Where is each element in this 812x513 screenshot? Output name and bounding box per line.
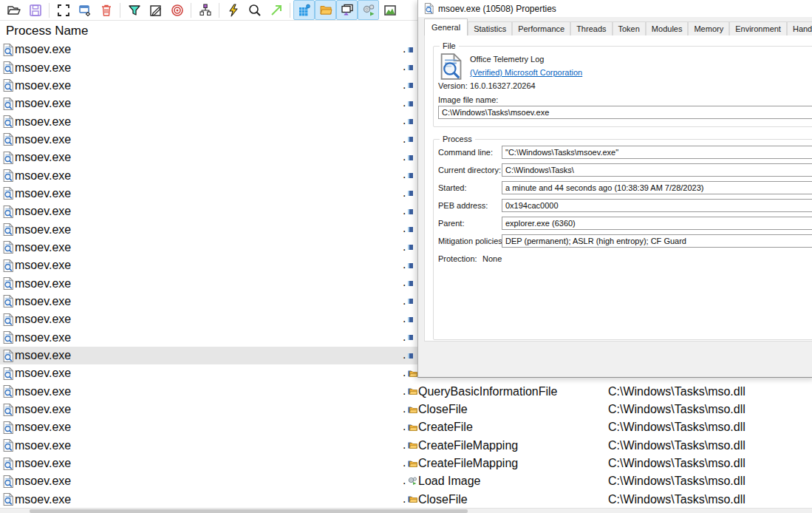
clipped-operation-icon	[408, 317, 413, 322]
process-name: msoev.exe	[15, 439, 71, 452]
process-name: msoev.exe	[15, 205, 71, 218]
event-row[interactable]: msoev.exe . QueryBasicInformationFile C:…	[0, 383, 812, 401]
operation-cell	[408, 239, 414, 256]
event-row[interactable]: msoev.exe . CreateFileMapping C:\Windows…	[0, 437, 812, 455]
clipped-column-text: .	[403, 472, 406, 490]
event-row[interactable]: msoev.exe . CloseFile C:\Windows\Tasks\m…	[0, 491, 812, 509]
file-operation-icon	[408, 441, 417, 449]
current-directory-field[interactable]: C:\Windows\Tasks\	[502, 163, 812, 177]
tab-general[interactable]: General	[424, 18, 468, 35]
tab-memory[interactable]: Memory	[688, 21, 729, 35]
capture-events-button[interactable]	[52, 0, 74, 20]
operation-cell	[408, 131, 414, 149]
highlight-button[interactable]	[145, 0, 166, 20]
autoscroll-button[interactable]	[74, 0, 95, 20]
profiling-chart-icon	[383, 3, 398, 18]
operation-cell: CreateFile	[408, 418, 473, 436]
process-document-icon	[3, 277, 13, 290]
horizontal-scrollbar[interactable]	[0, 508, 812, 513]
process-name-cell: msoev.exe	[3, 472, 71, 490]
tab-token[interactable]: Token	[613, 21, 646, 35]
process-name: msoev.exe	[15, 403, 71, 416]
jump-to-button[interactable]	[265, 0, 287, 20]
event-row[interactable]: msoev.exe . CreateFileMapping C:\Windows…	[0, 455, 812, 472]
process-name: msoev.exe	[15, 43, 71, 56]
process-name: msoev.exe	[15, 313, 71, 326]
process-document-icon	[3, 205, 13, 218]
show-process-activity-button[interactable]	[358, 0, 379, 20]
clipped-column-text: .	[403, 95, 406, 112]
tab-environment[interactable]: Environment	[729, 21, 787, 35]
clipped-column-text: .	[403, 274, 406, 292]
process-name-cell: msoev.exe	[3, 383, 71, 401]
process-document-icon	[3, 439, 13, 452]
clipped-operation-icon	[408, 335, 413, 340]
save-log-button[interactable]	[24, 0, 46, 20]
operation-name: CloseFile	[418, 403, 468, 416]
operation-cell	[408, 203, 414, 220]
operation-cell	[408, 310, 414, 328]
process-name: msoev.exe	[15, 97, 71, 110]
show-file-system-activity-button[interactable]	[315, 0, 336, 20]
process-name-cell: msoev.exe	[3, 112, 71, 130]
process-tree-button[interactable]	[194, 0, 216, 20]
peb-address-field[interactable]: 0x194cac0000	[502, 199, 812, 212]
properties-dialog: msoev.exe (10508) Properties GeneralStat…	[417, 0, 812, 378]
process-name: msoev.exe	[15, 133, 71, 146]
event-row[interactable]: msoev.exe . CreateFile C:\Windows\Tasks\…	[0, 418, 812, 436]
event-row[interactable]: msoev.exe . CloseFile C:\Windows\Tasks\m…	[0, 401, 812, 418]
operation-cell	[408, 220, 414, 238]
process-name-cell: msoev.exe	[3, 364, 71, 382]
tab-strip: GeneralStatisticsPerformanceThreadsToken…	[424, 19, 812, 35]
show-registry-activity-button[interactable]	[293, 0, 315, 20]
clipped-column-text: .	[403, 310, 406, 328]
process-document-icon	[3, 169, 13, 182]
clear-display-button[interactable]	[95, 0, 117, 20]
process-document-icon	[3, 133, 13, 146]
filter-button[interactable]	[123, 0, 145, 20]
operation-cell	[408, 329, 414, 347]
mitigation-policies-field[interactable]: DEP (permanent); ASLR (high entropy); CF…	[502, 234, 812, 248]
process-name: msoev.exe	[15, 277, 71, 291]
process-name-cell: msoev.exe	[3, 203, 71, 220]
scrollbar-thumb[interactable]	[30, 509, 468, 513]
clipped-column-text: .	[403, 41, 406, 58]
process-name-cell: msoev.exe	[3, 58, 71, 76]
operation-cell: CloseFile	[408, 401, 468, 418]
command-line-field[interactable]: "C:\Windows\Tasks\msoev.exe"	[502, 146, 812, 159]
event-row[interactable]: msoev.exe . Load Image C:\Windows\Tasks\…	[0, 472, 812, 490]
clipped-operation-icon	[408, 101, 413, 106]
tab-modules[interactable]: Modules	[646, 21, 689, 35]
protection-label: Protection:	[438, 254, 477, 263]
procmon-window: Process Name msoev.exe . msoev.exe .	[0, 0, 812, 513]
lightning-button[interactable]	[222, 0, 244, 20]
image-file-name-field[interactable]: C:\Windows\Tasks\msoev.exe	[438, 106, 812, 119]
tab-threads[interactable]: Threads	[570, 21, 612, 35]
started-field[interactable]: a minute and 44 seconds ago (10:38:39 AM…	[502, 181, 812, 194]
dialog-title-bar[interactable]: msoev.exe (10508) Properties	[418, 0, 812, 17]
show-network-activity-button[interactable]	[336, 0, 358, 20]
lightning-icon	[226, 3, 241, 18]
parent-field[interactable]: explorer.exe (6360)	[502, 217, 812, 230]
process-name-cell: msoev.exe	[3, 329, 71, 347]
verified-signer-link[interactable]: (Verified) Microsoft Corporation	[470, 68, 582, 77]
process-name-cell: msoev.exe	[3, 220, 71, 238]
tab-performance[interactable]: Performance	[512, 21, 570, 35]
process-name: msoev.exe	[15, 241, 71, 254]
clipped-column-text: .	[403, 131, 406, 149]
process-name: msoev.exe	[15, 151, 71, 164]
file-description: Office Telemetry Log	[470, 55, 544, 64]
toolbar-separator	[290, 3, 290, 18]
tab-statistics[interactable]: Statistics	[468, 21, 512, 35]
network-monitor-icon	[340, 3, 355, 18]
find-button[interactable]	[244, 0, 265, 20]
tab-handles[interactable]: Handles	[787, 21, 812, 35]
clipped-operation-icon	[408, 209, 413, 214]
include-process-button[interactable]	[166, 0, 188, 20]
show-profiling-events-button[interactable]	[379, 0, 400, 20]
target-icon	[170, 3, 185, 18]
peb-address-label: PEB address:	[438, 201, 488, 210]
process-name-cell: msoev.exe	[3, 310, 71, 328]
process-name: msoev.exe	[15, 421, 71, 434]
open-log-button[interactable]	[3, 0, 24, 20]
